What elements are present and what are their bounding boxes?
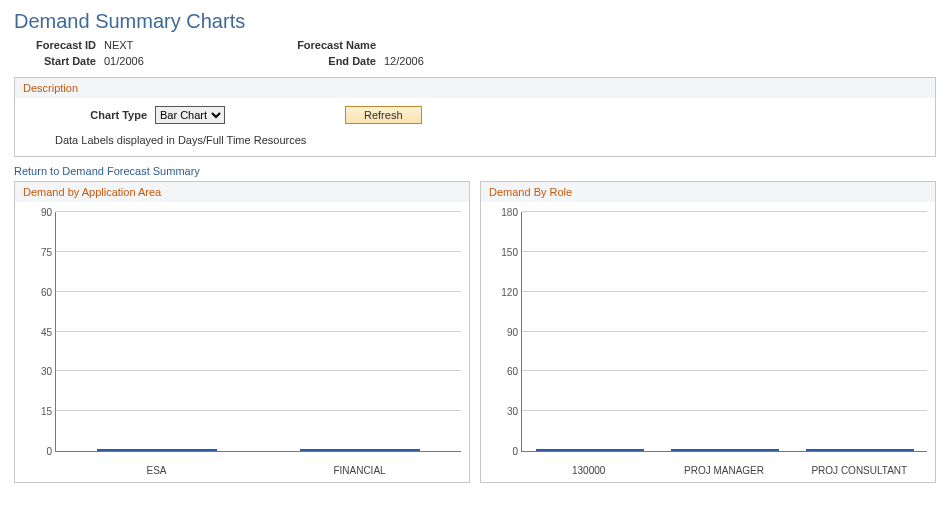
forecast-id-value: NEXT [104,39,133,51]
y-tick-label: 90 [482,326,518,337]
end-date-value: 12/2006 [384,55,424,67]
start-date-label: Start Date [14,55,104,67]
plot-area: 0153045607590 [55,212,461,452]
y-tick-label: 120 [482,286,518,297]
forecast-id-label: Forecast ID [14,39,104,51]
bar [300,449,420,451]
chart-panel-application-area: Demand by Application Area 0153045607590… [14,181,470,483]
bar [536,449,644,451]
description-panel-header: Description [15,78,935,98]
y-tick-label: 75 [16,246,52,257]
x-labels: ESAFINANCIAL [55,465,461,476]
x-tick-label: PROJ MANAGER [656,465,791,476]
y-tick-label: 60 [16,286,52,297]
y-tick-label: 45 [16,326,52,337]
form-area: Forecast ID NEXT Forecast Name Start Dat… [14,39,936,67]
bar-slot [792,449,927,451]
description-panel: Description Chart Type Bar Chart Refresh… [14,77,936,157]
end-date-label: End Date [274,55,384,67]
bars-container [56,212,461,451]
bar-slot [657,449,792,451]
bar-slot [56,449,259,451]
y-tick-label: 15 [16,406,52,417]
chart-title-role: Demand By Role [481,182,935,202]
charts-row: Demand by Application Area 0153045607590… [14,181,936,483]
chart-title-application-area: Demand by Application Area [15,182,469,202]
chart-area-left: 0153045607590ESAFINANCIAL [15,202,469,482]
y-tick-label: 90 [16,207,52,218]
y-tick-label: 60 [482,366,518,377]
chart-type-label: Chart Type [25,109,155,121]
data-labels-hint: Data Labels displayed in Days/Full Time … [55,134,925,146]
x-tick-label: ESA [55,465,258,476]
y-tick-label: 30 [482,406,518,417]
y-tick-label: 150 [482,246,518,257]
bar [671,449,779,451]
page-title: Demand Summary Charts [14,10,936,33]
y-tick-label: 0 [482,446,518,457]
refresh-button[interactable]: Refresh [345,106,422,124]
bar [806,449,914,451]
x-tick-label: PROJ CONSULTANT [792,465,927,476]
x-tick-label: 130000 [521,465,656,476]
bar-slot [259,449,462,451]
x-labels: 130000PROJ MANAGERPROJ CONSULTANT [521,465,927,476]
forecast-name-label: Forecast Name [274,39,384,51]
y-tick-label: 30 [16,366,52,377]
bar-slot [522,449,657,451]
bars-container [522,212,927,451]
chart-panel-role: Demand By Role 0306090120150180130000PRO… [480,181,936,483]
return-link[interactable]: Return to Demand Forecast Summary [14,165,200,177]
y-tick-label: 0 [16,446,52,457]
x-tick-label: FINANCIAL [258,465,461,476]
y-tick-label: 180 [482,207,518,218]
plot-area: 0306090120150180 [521,212,927,452]
chart-type-select[interactable]: Bar Chart [155,106,225,124]
start-date-value: 01/2006 [104,55,144,67]
bar [97,449,217,451]
chart-area-right: 0306090120150180130000PROJ MANAGERPROJ C… [481,202,935,482]
